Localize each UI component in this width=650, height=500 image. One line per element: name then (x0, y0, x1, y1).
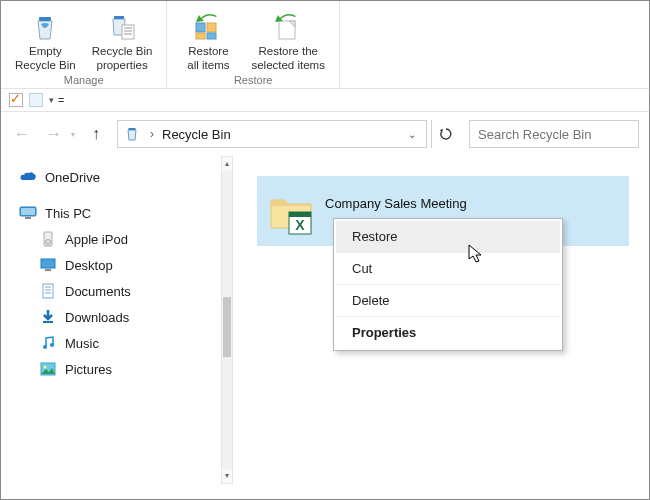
this-pc-icon (19, 205, 37, 221)
recycle-bin-icon (25, 9, 65, 43)
context-menu-delete[interactable]: Delete (336, 285, 560, 317)
restore-selected-items-button[interactable]: Restore the selected items (243, 5, 333, 72)
svg-point-26 (43, 345, 47, 349)
file-item-label: Company Sales Meeting (325, 196, 467, 211)
restore-selected-items-label: Restore the selected items (251, 44, 325, 72)
ribbon-group-manage: Empty Recycle Bin Recycle Bin prop (1, 1, 167, 88)
svg-rect-20 (45, 269, 51, 271)
nav-item-label: Apple iPod (65, 232, 128, 247)
nav-onedrive[interactable]: OneDrive (1, 164, 221, 190)
back-button[interactable]: ← (11, 123, 33, 145)
qat-dropdown-icon[interactable]: ▾ (49, 95, 54, 105)
context-menu-restore[interactable]: Restore (336, 221, 560, 253)
nav-item-desktop[interactable]: Desktop (1, 252, 221, 278)
history-dropdown-icon[interactable]: ▾ (71, 130, 75, 139)
nav-item-apple-ipod[interactable]: Apple iPod (1, 226, 221, 252)
nav-item-pictures[interactable]: Pictures (1, 356, 221, 382)
svg-rect-2 (122, 25, 134, 39)
restore-all-items-button[interactable]: Restore all items (173, 5, 243, 72)
svg-rect-15 (21, 208, 35, 215)
empty-recycle-bin-label: Empty Recycle Bin (15, 44, 76, 72)
nav-scrollbar[interactable]: ▴ ▾ (221, 156, 233, 484)
context-menu-item-label: Properties (352, 325, 416, 340)
forward-button[interactable]: → (43, 123, 65, 145)
folder-icon: X (265, 184, 319, 238)
breadcrumb-chevron-icon[interactable]: › (150, 127, 154, 141)
address-dropdown-icon[interactable]: ⌄ (408, 129, 422, 140)
scroll-down-icon[interactable]: ▾ (222, 469, 232, 483)
recycle-bin-properties-button[interactable]: Recycle Bin properties (84, 5, 161, 72)
downloads-icon (39, 309, 57, 325)
svg-rect-16 (25, 217, 31, 219)
quick-access-toolbar: ▾ = (1, 89, 649, 112)
svg-rect-0 (39, 17, 51, 21)
address-bar[interactable]: › Recycle Bin ⌄ (117, 120, 427, 148)
context-menu-item-label: Restore (352, 229, 398, 244)
scroll-thumb[interactable] (223, 297, 231, 357)
svg-point-27 (50, 343, 54, 347)
nav-item-label: Desktop (65, 258, 113, 273)
qat-overflow-icon[interactable]: = (58, 94, 64, 106)
svg-rect-9 (207, 33, 216, 39)
nav-thispc-label: This PC (45, 206, 91, 221)
restore-all-icon (188, 9, 228, 43)
ribbon-group-manage-label: Manage (64, 74, 104, 86)
restore-all-items-label: Restore all items (187, 44, 229, 72)
breadcrumb-location[interactable]: Recycle Bin (162, 127, 231, 142)
recycle-bin-properties-icon (102, 9, 142, 43)
content-pane: X Company Sales Meeting Restore Cut Dele… (233, 156, 649, 484)
svg-rect-6 (196, 23, 205, 32)
nav-item-label: Downloads (65, 310, 129, 325)
nav-onedrive-label: OneDrive (45, 170, 100, 185)
scroll-up-icon[interactable]: ▴ (222, 157, 232, 171)
context-menu-cut[interactable]: Cut (336, 253, 560, 285)
nav-item-label: Documents (65, 284, 131, 299)
address-bar-row: ← → ▾ ↑ › Recycle Bin ⌄ (1, 112, 649, 156)
svg-point-29 (44, 366, 47, 369)
qat-checkbox-icon[interactable] (9, 93, 23, 107)
ribbon: Empty Recycle Bin Recycle Bin prop (1, 1, 649, 89)
svg-rect-19 (41, 259, 55, 268)
music-icon (39, 335, 57, 351)
documents-icon (39, 283, 57, 299)
ribbon-group-restore: Restore all items Restore the selected i… (167, 1, 340, 88)
nav-item-label: Pictures (65, 362, 112, 377)
context-menu: Restore Cut Delete Properties (333, 218, 563, 351)
svg-rect-21 (43, 284, 53, 298)
nav-item-documents[interactable]: Documents (1, 278, 221, 304)
svg-rect-8 (196, 33, 205, 39)
navigation-pane: OneDrive This PC Apple iPod Desktop Docu… (1, 156, 221, 484)
search-input[interactable] (469, 120, 639, 148)
recycle-bin-small-icon (124, 126, 140, 142)
ipod-icon (39, 231, 57, 247)
nav-thispc[interactable]: This PC (1, 200, 221, 226)
refresh-button[interactable] (431, 120, 459, 148)
ribbon-group-restore-label: Restore (234, 74, 273, 86)
onedrive-icon (19, 169, 37, 185)
empty-recycle-bin-button[interactable]: Empty Recycle Bin (7, 5, 84, 72)
up-button[interactable]: ↑ (85, 123, 107, 145)
svg-point-18 (46, 240, 51, 245)
svg-rect-7 (207, 23, 216, 32)
desktop-icon (39, 257, 57, 273)
context-menu-item-label: Delete (352, 293, 390, 308)
restore-selected-icon (268, 9, 308, 43)
context-menu-item-label: Cut (352, 261, 372, 276)
recycle-bin-properties-label: Recycle Bin properties (92, 44, 153, 72)
nav-item-music[interactable]: Music (1, 330, 221, 356)
pictures-icon (39, 361, 57, 377)
qat-item-icon[interactable] (29, 93, 43, 107)
context-menu-properties[interactable]: Properties (336, 317, 560, 348)
svg-rect-1 (114, 16, 124, 19)
svg-text:X: X (295, 217, 305, 233)
svg-rect-12 (129, 128, 136, 130)
nav-item-label: Music (65, 336, 99, 351)
nav-item-downloads[interactable]: Downloads (1, 304, 221, 330)
